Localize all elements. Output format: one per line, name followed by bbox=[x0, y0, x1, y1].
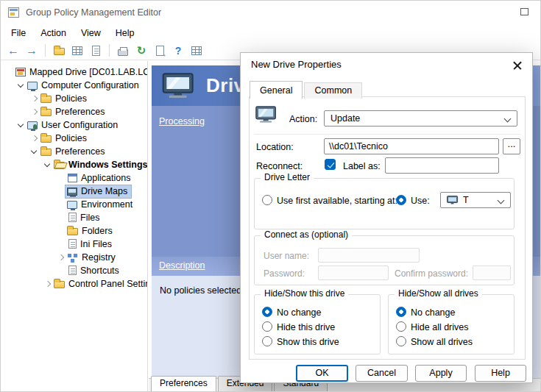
all-no-change-radio-selected[interactable] bbox=[396, 307, 406, 317]
apply-button[interactable]: Apply bbox=[415, 365, 467, 382]
browse-button[interactable]: ... bbox=[503, 138, 520, 154]
show-console-tree-button[interactable] bbox=[69, 43, 85, 59]
drive-letter-value: T bbox=[463, 195, 469, 205]
tab-common[interactable]: Common bbox=[304, 82, 362, 99]
this-no-change-label: No change bbox=[277, 307, 321, 318]
tree-item-drive-maps[interactable]: Drive Maps bbox=[1, 185, 147, 198]
tab-preferences[interactable]: Preferences bbox=[151, 376, 216, 391]
extended-view-button[interactable] bbox=[188, 43, 205, 59]
properties-icon bbox=[92, 46, 100, 56]
up-one-level-button[interactable] bbox=[51, 43, 67, 59]
drive-maps-icon bbox=[67, 188, 77, 196]
close-icon[interactable] bbox=[509, 58, 526, 73]
show-all-drives-label: Show all drives bbox=[411, 337, 473, 347]
divider bbox=[254, 134, 520, 135]
hide-all-drives-label: Hide all drives bbox=[411, 322, 469, 332]
chevron-right-icon[interactable] bbox=[43, 279, 52, 289]
action-label: Action: bbox=[289, 114, 317, 124]
all-no-change-label: No change bbox=[411, 307, 455, 318]
tree-item-computer-configuration[interactable]: Computer Configuration bbox=[1, 79, 147, 92]
chevron-right-icon[interactable] bbox=[56, 253, 66, 263]
location-input[interactable]: \\dc01\Tecnico bbox=[324, 138, 499, 154]
help-button[interactable]: Help bbox=[475, 365, 526, 382]
tree-item-shortcuts[interactable]: Shortcuts bbox=[1, 264, 147, 277]
action-dropdown[interactable]: Update bbox=[324, 110, 517, 126]
help-button[interactable]: ? bbox=[170, 43, 186, 59]
label-as-input[interactable] bbox=[385, 157, 499, 174]
chevron-right-icon[interactable] bbox=[29, 134, 39, 143]
print-button[interactable] bbox=[115, 43, 131, 59]
forward-button[interactable]: → bbox=[24, 43, 40, 59]
refresh-button[interactable]: ↻ bbox=[133, 43, 149, 59]
maximize-button[interactable] bbox=[520, 8, 528, 15]
refresh-icon: ↻ bbox=[137, 45, 146, 56]
drive-letter-dropdown[interactable]: T bbox=[440, 192, 511, 208]
show-this-drive-radio[interactable] bbox=[262, 336, 272, 346]
tree-item-user-configuration[interactable]: User Configuration bbox=[1, 118, 147, 132]
hide-show-all-title: Hide/Show all drives bbox=[395, 288, 482, 299]
properties-button[interactable] bbox=[88, 43, 104, 59]
tree-item-applications[interactable]: Applications bbox=[1, 171, 147, 185]
use-radio-selected[interactable] bbox=[396, 195, 406, 205]
menu-help[interactable]: Help bbox=[108, 26, 142, 40]
tree-item-control-panel-settings[interactable]: Control Panel Setting bbox=[1, 277, 147, 291]
dialog-title: New Drive Properties bbox=[241, 53, 532, 75]
chevron-spacer bbox=[56, 240, 66, 249]
tree-item-preferences-computer[interactable]: Preferences bbox=[1, 105, 147, 118]
shortcuts-icon bbox=[68, 266, 77, 275]
tab-general[interactable]: General bbox=[250, 81, 303, 99]
chevron-right-icon[interactable] bbox=[29, 94, 39, 104]
menu-action[interactable]: Action bbox=[33, 26, 74, 40]
no-policies-text: No policies selected bbox=[160, 285, 241, 296]
tree-item-windows-settings[interactable]: Windows Settings bbox=[1, 158, 147, 171]
ok-button[interactable]: OK bbox=[296, 365, 348, 382]
chevron-spacer bbox=[56, 174, 66, 183]
toolbar-separator bbox=[45, 44, 46, 57]
chevron-down-icon[interactable] bbox=[16, 121, 26, 130]
location-label: Location: bbox=[256, 142, 294, 152]
hide-this-drive-label: Hide this drive bbox=[277, 322, 335, 332]
tree-item-registry[interactable]: Registry bbox=[1, 251, 147, 264]
export-list-button[interactable] bbox=[152, 43, 168, 59]
chevron-spacer bbox=[56, 266, 66, 276]
chevron-down-icon[interactable] bbox=[29, 147, 39, 157]
this-no-change-radio-selected[interactable] bbox=[262, 307, 272, 317]
tree-item-ini-files[interactable]: Ini Files bbox=[1, 238, 147, 251]
open-folder-icon bbox=[54, 162, 65, 169]
hide-all-drives-radio[interactable] bbox=[396, 321, 406, 332]
connect-as-group: Connect as (optional) User name: Passwor… bbox=[254, 235, 515, 285]
user-name-label: User name: bbox=[264, 251, 309, 261]
menu-file[interactable]: File bbox=[4, 26, 33, 40]
tree-item-preferences-user[interactable]: Preferences bbox=[1, 145, 147, 158]
chevron-spacer bbox=[56, 200, 66, 210]
chevron-down-icon[interactable] bbox=[16, 81, 26, 90]
tree-item-folders[interactable]: Folders bbox=[1, 224, 147, 238]
cancel-button[interactable]: Cancel bbox=[356, 365, 408, 382]
tree-item-policies-user[interactable]: Policies bbox=[1, 132, 147, 145]
tree-item-root[interactable]: Mapped Drive [DC01.LAB.LOCA bbox=[1, 65, 147, 79]
tree-item-policies-computer[interactable]: Policies bbox=[1, 92, 147, 105]
tree-item-files[interactable]: Files bbox=[1, 211, 147, 224]
registry-icon bbox=[67, 252, 78, 262]
back-icon: ← bbox=[7, 45, 19, 57]
description-link[interactable]: Description bbox=[159, 260, 205, 271]
menu-view[interactable]: View bbox=[74, 26, 108, 40]
app-icon bbox=[8, 7, 19, 18]
chevron-down-icon[interactable] bbox=[43, 160, 52, 170]
chevron-right-icon[interactable] bbox=[29, 107, 39, 117]
show-all-drives-radio[interactable] bbox=[396, 336, 406, 346]
drive-icon bbox=[255, 106, 277, 124]
use-first-available-radio[interactable] bbox=[262, 195, 272, 205]
folder-up-icon bbox=[54, 48, 65, 55]
folders-icon bbox=[67, 228, 78, 235]
console-tree: Mapped Drive [DC01.LAB.LOCA Computer Con… bbox=[1, 61, 148, 391]
back-button[interactable]: ← bbox=[5, 43, 21, 59]
tree-item-environment[interactable]: Environment bbox=[1, 198, 147, 211]
folder-icon bbox=[40, 149, 52, 156]
confirm-password-label: Confirm password: bbox=[395, 268, 468, 279]
folder-icon bbox=[40, 135, 52, 143]
hide-show-this-title: Hide/Show this drive bbox=[261, 288, 348, 299]
hide-this-drive-radio[interactable] bbox=[262, 321, 272, 332]
general-tab-page: Action: Update Location: \\dc01\Tecnico … bbox=[249, 96, 526, 360]
reconnect-checkbox-checked[interactable] bbox=[325, 159, 336, 170]
